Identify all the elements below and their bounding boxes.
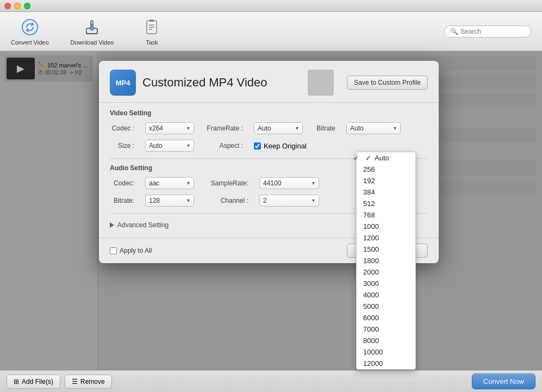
save-profile-button[interactable]: Save to Custom Profile [347,76,428,90]
audio-codec-select-wrapper: aac mp3 ac3 ▼ [145,177,194,189]
convert-video-label: Convert Video [11,39,49,46]
dropdown-item-256[interactable]: 256 [357,164,415,175]
check-icon: ✓ [365,154,371,162]
dialog-header: MP4 Customized MP4 Video Save to Custom … [99,61,439,103]
video-thumbnail [308,70,334,96]
advanced-setting-label: Advanced Setting [117,221,169,229]
video-row-1: Codec : x264 x265 mpeg4 ▼ FrameRate : Au… [110,122,428,134]
bitrate-select-wrapper: Auto 256 512 ▼ [346,122,401,134]
sample-rate-select-wrapper: 44100 22050 48000 ▼ [259,177,319,189]
dropdown-item-1200[interactable]: 1200 [357,232,415,244]
search-icon: 🔍 [450,28,458,35]
download-video-icon [82,17,102,37]
bottom-bar: ⊞ Add File(s) ☰ Remove Convert Now [0,370,542,392]
apply-to-all-row: Apply to All [110,247,152,254]
video-row-2: Size : Auto 1280x720 1920x1080 ▼ Aspect … [110,140,428,152]
close-button[interactable] [4,3,11,9]
dropdown-item-6000[interactable]: 6000 [357,312,415,323]
bitrate-label: Bitrate [314,125,335,132]
audio-codec-label: Codec: [110,179,134,187]
dropdown-item-10000[interactable]: 10000 [357,346,415,358]
sample-rate-select[interactable]: 44100 22050 48000 [259,177,319,189]
keep-original-label: Keep Original [264,142,307,150]
codec-select-wrapper: x264 x265 mpeg4 ▼ [145,122,194,134]
channel-select[interactable]: 2 1 [259,195,319,207]
channel-select-wrapper: 2 1 ▼ [259,195,319,207]
bitrate-dropdown: ✓ Auto 256 192 384 512 768 1000 1200 150… [356,152,416,370]
framerate-select-wrapper: Auto 24 25 30 ▼ [254,122,303,134]
window-controls [4,3,30,9]
aspect-label: Aspect : [205,142,243,150]
dialog-title: Customized MP4 Video [142,76,301,90]
dropdown-item-5000[interactable]: 5000 [357,301,415,312]
svg-rect-2 [149,20,154,22]
title-bar [0,0,542,12]
search-box[interactable]: 🔍 [444,26,531,38]
keep-original-row: Keep Original [254,142,307,150]
dropdown-item-3000[interactable]: 3000 [357,278,415,289]
add-files-button[interactable]: ⊞ Add File(s) [7,375,60,389]
channel-label: Channel : [205,197,248,204]
codec-select[interactable]: x264 x265 mpeg4 [145,122,194,134]
apply-to-all-label: Apply to All [120,247,152,254]
dropdown-item-1500[interactable]: 1500 [357,244,415,255]
maximize-button[interactable] [24,3,30,9]
mp4-badge: MP4 [110,70,136,96]
audio-bitrate-label: Bitrate: [110,197,134,204]
dropdown-item-4000[interactable]: 4000 [357,289,415,301]
minimize-button[interactable] [14,3,21,9]
search-input[interactable] [460,28,525,35]
dropdown-item-8000[interactable]: 8000 [357,335,415,346]
size-select[interactable]: Auto 1280x720 1920x1080 [145,140,194,152]
framerate-select[interactable]: Auto 24 25 30 [254,122,303,134]
video-settings: Codec : x264 x265 mpeg4 ▼ FrameRate : Au… [110,122,428,152]
framerate-label: FrameRate : [205,125,243,132]
convert-video-icon [20,17,40,37]
dropdown-item-192[interactable]: 192 [357,175,415,186]
task-label: Task [146,39,158,46]
size-select-wrapper: Auto 1280x720 1920x1080 ▼ [145,140,194,152]
toolbar: Convert Video Download Video Task 🔍 [0,12,542,51]
remove-button[interactable]: ☰ Remove [65,375,112,389]
dropdown-item-1800[interactable]: 1800 [357,255,415,266]
dropdown-item-7000[interactable]: 7000 [357,323,415,335]
video-setting-label: Video Setting [110,109,428,117]
toolbar-item-download-video[interactable]: Download Video [71,17,114,46]
convert-now-button[interactable]: Convert Now [472,374,535,389]
task-icon [142,17,161,37]
toolbar-item-task[interactable]: Task [135,17,168,46]
dropdown-item-12000[interactable]: 12000 [357,358,415,369]
audio-bitrate-select[interactable]: 128 64 192 256 [145,195,194,207]
svg-point-0 [22,20,38,35]
apply-to-all-checkbox[interactable] [110,247,117,254]
triangle-icon [110,222,114,228]
audio-bitrate-select-wrapper: 128 64 192 256 ▼ [145,195,194,207]
dropdown-item-2000[interactable]: 2000 [357,266,415,278]
audio-codec-select[interactable]: aac mp3 ac3 [145,177,194,189]
dropdown-item-768[interactable]: 768 [357,209,415,221]
toolbar-item-convert-video[interactable]: Convert Video [11,17,49,46]
sample-rate-label: SampleRate: [205,179,248,187]
codec-label: Codec : [110,125,134,132]
download-video-label: Download Video [71,39,114,46]
dropdown-item-auto[interactable]: ✓ Auto [357,152,415,164]
dropdown-item-512[interactable]: 512 [357,198,415,209]
dropdown-item-384[interactable]: 384 [357,186,415,198]
add-icon: ⊞ [14,378,19,385]
size-label: Size : [110,142,134,150]
keep-original-checkbox[interactable] [254,142,261,150]
dropdown-item-1000[interactable]: 1000 [357,221,415,232]
remove-icon: ☰ [72,378,78,385]
bitrate-select[interactable]: Auto 256 512 [346,122,401,134]
